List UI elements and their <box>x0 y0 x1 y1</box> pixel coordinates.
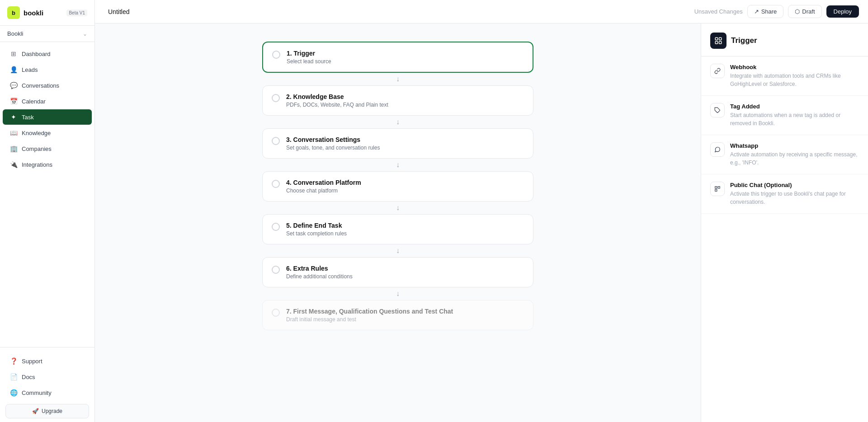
deploy-button[interactable]: Deploy <box>826 5 859 18</box>
topbar-actions: Unsaved Changes ↗ Share ⬡ Draft Deploy <box>694 5 859 18</box>
panel-trigger-icon <box>710 33 726 49</box>
flow-step-conversation-settings[interactable]: 3. Conversation Settings Set goals, tone… <box>262 128 533 159</box>
svg-rect-3 <box>719 42 722 44</box>
trigger-option-public-chat[interactable]: Public Chat (Optional) Activate this tri… <box>701 174 868 214</box>
svg-rect-7 <box>715 189 717 191</box>
svg-rect-2 <box>715 42 717 44</box>
sidebar-item-label: Integrations <box>22 161 52 168</box>
step-title: 3. Conversation Settings <box>286 136 524 143</box>
sidebar-item-knowledge[interactable]: 📖 Knowledge <box>3 125 92 141</box>
flow-arrow: ↓ <box>396 159 400 171</box>
sidebar-item-docs[interactable]: 📄 Docs <box>3 369 92 384</box>
draft-icon: ⬡ <box>795 8 800 15</box>
sidebar-item-label: Knowledge <box>22 130 51 136</box>
trigger-opt-content: Tag Added Start automations when a new t… <box>730 103 859 127</box>
sidebar-item-label: Conversations <box>22 82 59 89</box>
step-title: 1. Trigger <box>287 50 524 57</box>
draft-button[interactable]: ⬡ Draft <box>788 5 821 18</box>
trigger-opt-content: Public Chat (Optional) Activate this tri… <box>730 182 859 206</box>
step-content: 7. First Message, Qualification Question… <box>286 308 524 323</box>
right-panel: Trigger Webhook Integrate with automatio… <box>701 23 868 422</box>
svg-rect-6 <box>718 187 720 188</box>
sidebar-item-leads[interactable]: 👤 Leads <box>3 62 92 77</box>
plug-icon: 🔌 <box>10 161 17 168</box>
sidebar-item-label: Community <box>22 389 52 396</box>
whatsapp-icon <box>710 142 725 157</box>
qrcode-icon <box>710 182 725 196</box>
flow-arrow: ↓ <box>396 244 400 257</box>
step-radio <box>272 223 280 231</box>
sidebar-item-companies[interactable]: 🏢 Companies <box>3 141 92 156</box>
svg-rect-1 <box>719 38 722 40</box>
trigger-option-webhook[interactable]: Webhook Integrate with automation tools … <box>701 56 868 96</box>
canvas: 1. Trigger Select lead source ↓ 2. Knowl… <box>95 23 701 422</box>
sidebar-item-task[interactable]: ✦ Task <box>3 109 92 125</box>
upgrade-button[interactable]: 🚀 Upgrade <box>5 404 89 418</box>
trigger-opt-content: Webhook Integrate with automation tools … <box>730 64 859 88</box>
chat-icon: 💬 <box>10 82 17 89</box>
step-subtitle: Select lead source <box>287 58 524 65</box>
sidebar-item-calendar[interactable]: 📅 Calendar <box>3 94 92 109</box>
sidebar-item-label: Leads <box>22 66 38 73</box>
sidebar-item-support[interactable]: ❓ Support <box>3 353 92 369</box>
panel-title: Trigger <box>731 36 757 45</box>
step-content: 5. Define End Task Set task completion r… <box>286 222 524 237</box>
flow-arrow: ↓ <box>396 73 400 85</box>
step-radio <box>272 309 280 317</box>
sidebar-item-label: Docs <box>22 374 35 380</box>
trigger-opt-desc: Start automations when a new tag is adde… <box>730 111 859 127</box>
step-subtitle: Define additional conditions <box>286 273 524 280</box>
step-content: 6. Extra Rules Define additional conditi… <box>286 265 524 280</box>
svg-rect-5 <box>715 187 717 188</box>
flow-step-trigger[interactable]: 1. Trigger Select lead source <box>262 42 533 73</box>
main-content: Unsaved Changes ↗ Share ⬡ Draft Deploy 1… <box>95 0 868 422</box>
doc-icon: 📄 <box>10 373 17 380</box>
sidebar: b bookli Beta V1 Bookli ⌄ ⊞ Dashboard 👤 … <box>0 0 95 422</box>
flow-step-extra-rules[interactable]: 6. Extra Rules Define additional conditi… <box>262 257 533 287</box>
user-icon: 👤 <box>10 66 17 73</box>
title-input[interactable] <box>104 5 191 18</box>
trigger-option-whatsapp[interactable]: Whatsapp Activate automation by receivin… <box>701 135 868 174</box>
step-subtitle: Set goals, tone, and conversation rules <box>286 145 524 151</box>
unsaved-changes-label: Unsaved Changes <box>694 8 743 15</box>
trigger-opt-title: Webhook <box>730 64 859 70</box>
sidebar-item-community[interactable]: 🌐 Community <box>3 385 92 400</box>
sidebar-item-label: Dashboard <box>22 51 51 57</box>
trigger-opt-desc: Activate this trigger to use Bookli's ch… <box>730 190 859 206</box>
step-content: 4. Conversation Platform Choose chat pla… <box>286 179 524 194</box>
beta-badge: Beta V1 <box>66 9 87 16</box>
step-content: 1. Trigger Select lead source <box>287 50 524 65</box>
flow-step-conversation-platform[interactable]: 4. Conversation Platform Choose chat pla… <box>262 171 533 202</box>
logo-icon: b <box>7 6 20 19</box>
sidebar-item-label: Support <box>22 358 42 365</box>
step-title: 2. Knowledge Base <box>286 93 524 100</box>
calendar-icon: 📅 <box>10 98 17 105</box>
trigger-option-tag-added[interactable]: Tag Added Start automations when a new t… <box>701 96 868 135</box>
workspace-name: Bookli <box>7 30 23 37</box>
sidebar-item-label: Task <box>22 114 34 121</box>
workspace-selector[interactable]: Bookli ⌄ <box>0 26 94 42</box>
share-icon: ↗ <box>754 8 759 15</box>
sidebar-item-conversations[interactable]: 💬 Conversations <box>3 78 92 93</box>
sidebar-item-label: Calendar <box>22 98 46 105</box>
sidebar-nav: ⊞ Dashboard 👤 Leads 💬 Conversations 📅 Ca… <box>0 42 94 347</box>
step-subtitle: PDFs, DOCs, Website, FAQ and Plain text <box>286 102 524 108</box>
step-title: 4. Conversation Platform <box>286 179 524 186</box>
step-subtitle: Choose chat platform <box>286 188 524 194</box>
community-icon: 🌐 <box>10 389 17 396</box>
sidebar-item-label: Companies <box>22 145 52 152</box>
building-icon: 🏢 <box>10 145 17 152</box>
sidebar-item-dashboard[interactable]: ⊞ Dashboard <box>3 46 92 61</box>
flow-arrow: ↓ <box>396 287 400 300</box>
share-button[interactable]: ↗ Share <box>747 5 784 18</box>
sidebar-item-integrations[interactable]: 🔌 Integrations <box>3 157 92 172</box>
step-radio <box>272 180 280 188</box>
step-title: 6. Extra Rules <box>286 265 524 272</box>
rocket-icon: 🚀 <box>32 408 39 414</box>
support-icon: ❓ <box>10 357 17 365</box>
webhook-icon <box>710 64 725 78</box>
flow-container: 1. Trigger Select lead source ↓ 2. Knowl… <box>262 42 533 330</box>
flow-step-define-end-task[interactable]: 5. Define End Task Set task completion r… <box>262 214 533 244</box>
step-title: 7. First Message, Qualification Question… <box>286 308 524 315</box>
flow-step-knowledge-base[interactable]: 2. Knowledge Base PDFs, DOCs, Website, F… <box>262 85 533 116</box>
